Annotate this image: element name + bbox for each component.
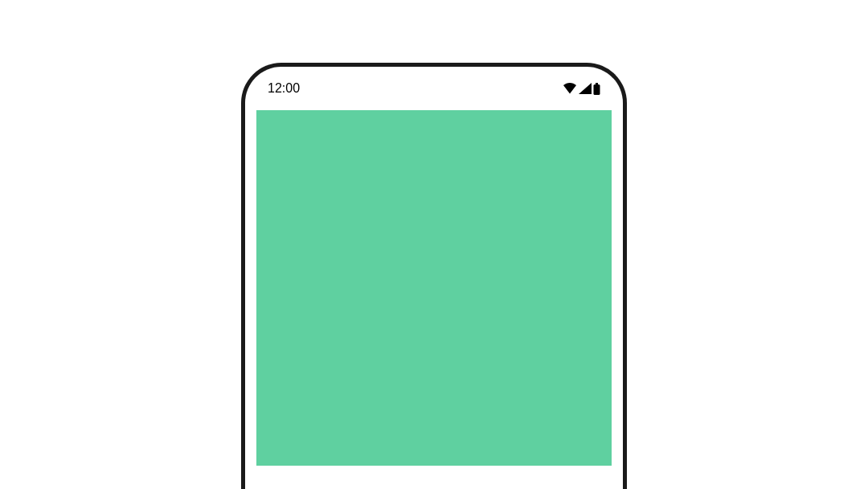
wifi-icon [563, 83, 577, 94]
content-box [256, 110, 612, 466]
clock-time: 12:00 [268, 81, 300, 96]
battery-icon [593, 83, 600, 95]
cellular-signal-icon [579, 83, 592, 94]
app-content-area [245, 110, 623, 466]
status-bar: 12:00 [245, 67, 623, 110]
svg-rect-0 [596, 83, 598, 84]
svg-rect-1 [594, 84, 600, 95]
phone-device-frame: 12:00 [241, 63, 627, 489]
status-icons-group [563, 83, 600, 95]
